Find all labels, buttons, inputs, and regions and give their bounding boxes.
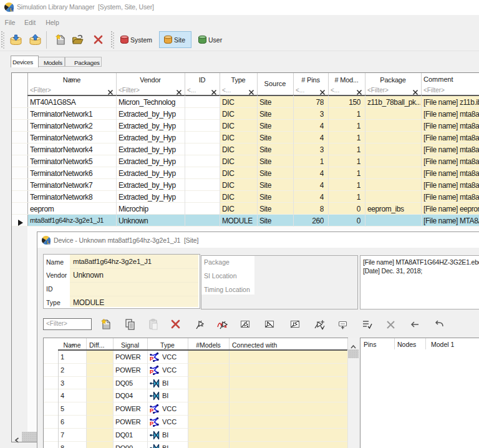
svg-text:L: L bbox=[47, 240, 50, 245]
svg-text:P: P bbox=[150, 420, 154, 427]
svg-text:L: L bbox=[10, 7, 13, 12]
svg-text:P: P bbox=[150, 355, 154, 362]
svg-text:P: P bbox=[150, 407, 154, 414]
svg-text:P: P bbox=[150, 368, 154, 375]
